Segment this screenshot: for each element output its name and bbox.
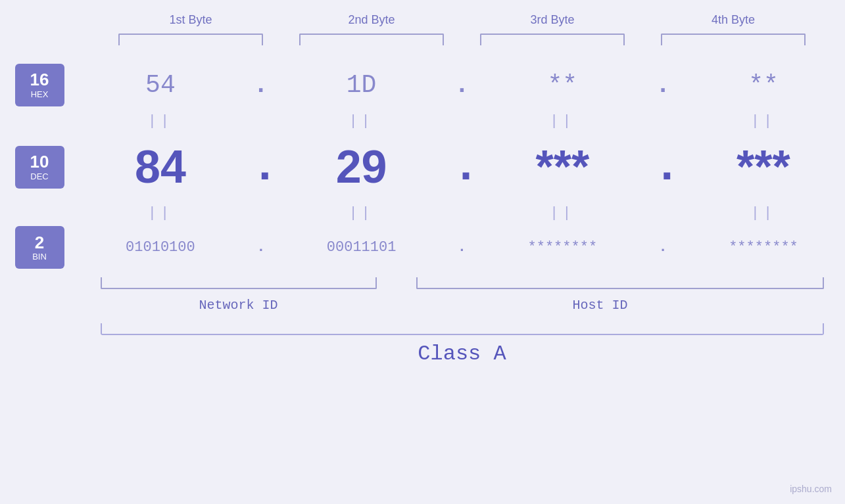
host-id-label: Host ID [377, 298, 824, 313]
hex-base-text: HEX [31, 89, 49, 99]
byte-header-4: 4th Byte [658, 13, 809, 27]
sep-3: || [490, 113, 635, 129]
hex-row: 16 HEX 54 . 1D . ** . ** [0, 58, 845, 111]
sep-hex-dec: || || || || [0, 111, 845, 131]
bin-byte-3: ******** [490, 239, 635, 256]
bin-byte-1: 01010100 [88, 239, 233, 256]
network-id-label: Network ID [101, 298, 377, 313]
bin-row: 2 BIN 01010100 . 00011101 . ******** . *… [0, 223, 845, 272]
sep-5: || [88, 205, 233, 221]
bracket-2 [299, 34, 444, 45]
bin-dot-2: . [452, 239, 471, 256]
dec-dot-2: . [452, 141, 471, 193]
sep-area-1: || || || || [79, 113, 845, 129]
bracket-1 [118, 34, 263, 45]
sep-dec-bin: || || || || [0, 203, 845, 223]
bin-base-text: BIN [32, 252, 47, 262]
hex-byte-2: 1D [289, 71, 434, 99]
bracket-4 [661, 34, 806, 45]
bin-badge: 2 BIN [15, 226, 64, 269]
dec-base-label: 10 DEC [0, 146, 79, 189]
byte-headers-row: 1st Byte 2nd Byte 3rd Byte 4th Byte [101, 13, 824, 27]
dec-byte-3: *** [490, 141, 635, 193]
dec-values-area: 84 . 29 . *** . *** [79, 141, 845, 193]
sep-area-2: || || || || [79, 205, 845, 221]
id-labels-row: Network ID Host ID [101, 294, 824, 317]
bin-dot-1: . [251, 239, 271, 256]
byte-header-3: 3rd Byte [477, 13, 628, 27]
hex-badge: 16 HEX [15, 64, 64, 106]
hex-base-label: 16 HEX [0, 64, 79, 106]
bin-byte-2: 00011101 [289, 239, 434, 256]
class-label: Class A [101, 342, 824, 366]
outer-bracket [101, 323, 824, 335]
bracket-host [416, 277, 824, 289]
dec-byte-2: 29 [289, 141, 434, 193]
dec-base-number: 10 [30, 152, 49, 172]
hex-byte-4: ** [691, 71, 836, 99]
dec-byte-4: *** [691, 141, 836, 193]
sep-4: || [691, 113, 836, 129]
bin-values-area: 01010100 . 00011101 . ******** . *******… [79, 239, 845, 256]
bracket-3 [480, 34, 625, 45]
bin-base-number: 2 [35, 233, 44, 252]
byte-header-2: 2nd Byte [296, 13, 447, 27]
hex-dot-1: . [251, 71, 271, 99]
dec-badge: 10 DEC [15, 146, 64, 189]
byte-header-1: 1st Byte [115, 13, 266, 27]
dec-byte-1: 84 [88, 141, 233, 193]
outer-bracket-row [101, 323, 824, 336]
sep-2: || [289, 113, 434, 129]
hex-byte-1: 54 [88, 71, 233, 99]
bracket-network [101, 277, 377, 289]
sep-7: || [490, 205, 635, 221]
main-container: 1st Byte 2nd Byte 3rd Byte 4th Byte 16 H… [0, 0, 845, 504]
dec-base-text: DEC [30, 172, 48, 181]
bin-byte-4: ******** [691, 239, 836, 256]
hex-values-area: 54 . 1D . ** . ** [79, 71, 845, 99]
dec-dot-1: . [251, 141, 271, 193]
hex-dot-2: . [452, 71, 471, 99]
sep-8: || [691, 205, 836, 221]
hex-base-number: 16 [30, 70, 49, 89]
hex-byte-3: ** [490, 71, 635, 99]
sep-6: || [289, 205, 434, 221]
bin-base-label: 2 BIN [0, 226, 79, 269]
bin-dot-3: . [653, 239, 673, 256]
top-brackets [101, 34, 824, 45]
bottom-brackets [101, 277, 824, 290]
sep-1: || [88, 113, 233, 129]
hex-dot-3: . [653, 71, 673, 99]
dec-dot-3: . [653, 141, 673, 193]
dec-row: 10 DEC 84 . 29 . *** . *** [0, 131, 845, 203]
watermark: ipshu.com [790, 484, 832, 494]
